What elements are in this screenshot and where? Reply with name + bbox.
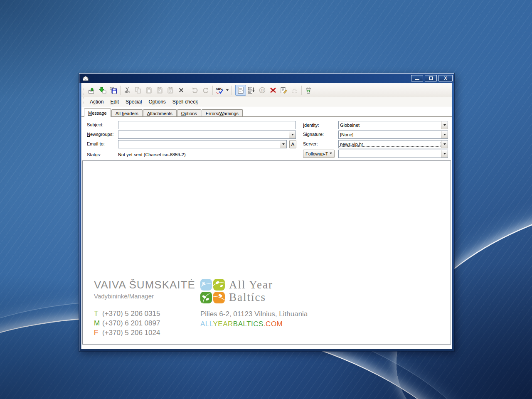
menubar-grip[interactable]: [83, 97, 85, 106]
followup-selector-button[interactable]: Followup-T: [303, 150, 335, 158]
spell-check-dropdown-button[interactable]: [225, 85, 230, 96]
paste-as-quote-button[interactable]: [154, 85, 165, 96]
newsgroups-combobox[interactable]: [118, 131, 296, 139]
undo-icon: [191, 86, 199, 94]
wrap-lines-icon: [237, 86, 244, 94]
toolbar-separator: [231, 86, 232, 95]
phone-row: M(+370) 6 201 0897: [94, 318, 190, 328]
copy-button[interactable]: [133, 85, 143, 96]
delete-button[interactable]: [176, 85, 187, 96]
signature-block: VAIVA ŠUMSKAITĖ Vadybininkė/Manager T(+3…: [94, 278, 308, 337]
trash-icon: [305, 86, 312, 94]
identity-label: Identity:: [303, 123, 319, 128]
menu-edit[interactable]: Edit: [107, 98, 122, 106]
move-to-folder-button[interactable]: [97, 85, 108, 96]
signature-website: ALLYEARBALTICS.COM: [200, 320, 308, 328]
toolbar-separator: [301, 86, 302, 95]
spell-abc-label: ABC: [216, 87, 223, 91]
subject-label: Subject:: [87, 122, 103, 127]
strip-signature-button[interactable]: [289, 85, 300, 96]
cancel-supersede-button[interactable]: [268, 85, 278, 96]
address-book-button[interactable]: A: [289, 140, 296, 148]
edit-external-button[interactable]: [278, 85, 289, 96]
cut-icon: [123, 86, 131, 94]
phone-row: F(+370) 5 206 1024: [94, 328, 190, 337]
company-logo: All Year Baltícs: [200, 278, 308, 303]
signature-address: Pilies 6-2, 01123 Vilnius, Lithuania: [200, 310, 308, 318]
redo-button[interactable]: [200, 85, 211, 96]
server-combobox[interactable]: news.vip.hr: [338, 140, 448, 148]
rot13-label: 13: [261, 89, 264, 91]
chevron-down-icon[interactable]: [289, 131, 296, 138]
edit-document-icon: [280, 86, 288, 94]
maximize-icon: [429, 76, 433, 80]
subject-input[interactable]: [118, 121, 296, 129]
email-to-combobox[interactable]: [118, 140, 287, 148]
save-message-button[interactable]: [108, 85, 119, 96]
delete-x-icon: [177, 86, 185, 94]
cut-button[interactable]: [122, 85, 133, 96]
tab-all-headers[interactable]: All headers: [111, 109, 143, 117]
redo-icon: [202, 86, 209, 94]
save-icon: [110, 86, 117, 94]
toolbar-separator: [188, 86, 188, 95]
tabstrip: Message All headers Attachments Options …: [81, 106, 452, 117]
signature-role: Vadybininkė/Manager: [94, 293, 190, 300]
desktop: X: [0, 0, 532, 399]
signature-phones: T(+370) 5 206 0315 M(+370) 6 201 0897 F(…: [94, 309, 190, 337]
logo-tile-autumn: [213, 292, 225, 303]
titlebar[interactable]: X: [79, 74, 454, 83]
message-body-editor[interactable]: VAIVA ŠUMSKAITĖ Vadybininkė/Manager T(+3…: [82, 160, 451, 345]
minimize-icon: [415, 79, 419, 80]
tab-errors-warnings[interactable]: Errors/Warnings: [202, 109, 243, 117]
paste-button[interactable]: [143, 85, 154, 96]
tab-options[interactable]: Options: [177, 109, 201, 117]
chevron-down-icon: [226, 89, 229, 92]
copy-icon: [134, 86, 142, 94]
delete-message-button[interactable]: [303, 85, 314, 96]
close-button[interactable]: X: [438, 75, 453, 81]
menu-options[interactable]: Options: [145, 98, 169, 106]
paste-as-quote-alt-button[interactable]: [165, 85, 176, 96]
toolbar-separator: [120, 86, 121, 95]
chevron-down-icon[interactable]: [280, 140, 286, 148]
header-form: Subject: Newsgroups: Email to: A Status:…: [81, 117, 452, 160]
chevron-down-icon[interactable]: [441, 140, 448, 148]
email-to-label: Email to:: [87, 141, 105, 146]
paste-icon: [145, 86, 153, 94]
minimize-button[interactable]: [411, 75, 423, 81]
followup-combobox[interactable]: [338, 150, 448, 158]
signature-name: VAIVA ŠUMSKAITĖ: [94, 278, 190, 291]
reformat-quote-button[interactable]: [246, 85, 257, 96]
compose-window: X: [79, 73, 454, 351]
menu-action[interactable]: Action: [86, 98, 107, 106]
rot13-button[interactable]: 13: [257, 85, 268, 96]
menu-spell-check[interactable]: Spell check: [169, 98, 201, 106]
tab-message[interactable]: Message: [84, 108, 111, 117]
signature-label: Signature:: [303, 132, 324, 137]
maximize-button[interactable]: [425, 75, 437, 81]
move-to-folder-icon: [99, 86, 106, 94]
chevron-down-icon[interactable]: [441, 121, 448, 129]
undo-button[interactable]: [190, 85, 200, 96]
tab-attachments[interactable]: Attachments: [143, 109, 177, 117]
send-icon: [88, 86, 96, 94]
logo-tile-spring: [213, 279, 225, 291]
company-logo-text: All Year Baltícs: [229, 278, 273, 303]
send-message-button[interactable]: [86, 85, 97, 96]
toolbar: ABC: [81, 83, 452, 97]
chevron-down-icon[interactable]: [441, 150, 448, 158]
logo-tile-winter: [200, 279, 212, 291]
signature-combobox[interactable]: [None]: [338, 131, 448, 139]
paste-quote-alt-icon: [167, 86, 174, 94]
wrap-original-toggle-button[interactable]: [235, 85, 246, 96]
spell-check-button[interactable]: ABC: [214, 85, 225, 96]
rot13-icon: 13: [259, 86, 266, 94]
paste-quote-icon: [156, 86, 163, 94]
strip-signature-icon: [291, 86, 298, 94]
menu-special[interactable]: Special: [122, 98, 145, 106]
toolbar-grip[interactable]: [83, 86, 85, 95]
identity-combobox[interactable]: Globalnet: [338, 121, 448, 129]
chevron-down-icon[interactable]: [441, 131, 448, 138]
logo-tile-summer: [200, 292, 212, 303]
